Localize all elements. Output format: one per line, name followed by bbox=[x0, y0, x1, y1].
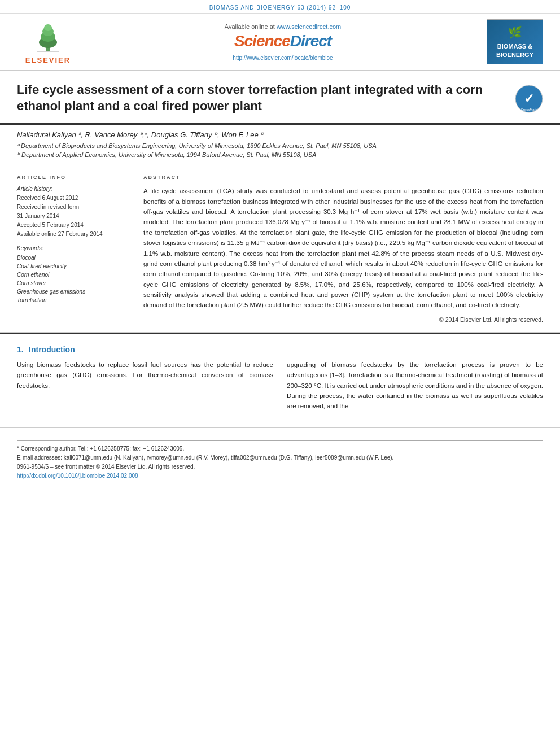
column-left: Using biomass feedstocks to replace foss… bbox=[17, 360, 273, 416]
journal-url[interactable]: http://www.elsevier.com/locate/biombioe bbox=[79, 55, 487, 61]
abstract-text: A life cycle assessment (LCA) study was … bbox=[143, 186, 543, 311]
authors-line: Nalladurai Kaliyan ᵃ, R. Vance Morey ᵃ,*… bbox=[17, 130, 543, 139]
footer-divider bbox=[17, 440, 543, 441]
intro-col-right-text: upgrading of biomass feedstocks by the t… bbox=[287, 360, 543, 412]
journal-logo-right: 🌿 BIOMASS & BIOENERGY bbox=[487, 19, 543, 64]
affiliation-a: ᵃ Department of Bioproducts and Biosyste… bbox=[17, 142, 543, 150]
footer-section: * Corresponding author. Tel.: +1 6126258… bbox=[0, 427, 560, 486]
doi-line[interactable]: http://dx.doi.org/10.1016/j.biombioe.201… bbox=[17, 471, 543, 480]
article-info-heading: ARTICLE INFO bbox=[17, 174, 130, 180]
journal-header-text: BIOMASS AND BIOENERGY 63 (2014) 92–100 bbox=[209, 5, 351, 11]
crossmark-icon[interactable]: ✓ CrossMark bbox=[515, 85, 543, 113]
two-column-layout: Using biomass feedstocks to replace foss… bbox=[17, 360, 543, 416]
elsevier-tree-icon bbox=[25, 23, 71, 54]
issn-line: 0961-9534/$ – see front matter © 2014 El… bbox=[17, 462, 543, 471]
copyright-line: © 2014 Elsevier Ltd. All rights reserved… bbox=[143, 316, 543, 323]
doi-link[interactable]: http://dx.doi.org/10.1016/j.biombioe.201… bbox=[17, 473, 138, 479]
section-number: 1. bbox=[17, 345, 24, 354]
section-heading: 1. Introduction bbox=[17, 345, 543, 354]
history-label: Article history: bbox=[17, 186, 130, 192]
corresponding-author-line: * Corresponding author. Tel.: +1 6126258… bbox=[17, 444, 543, 453]
keywords-section: Keywords: Biocoal Coal-fired electricity… bbox=[17, 245, 130, 304]
email-label: E-mail addresses: bbox=[17, 455, 62, 461]
main-content: 1. Introduction Using biomass feedstocks… bbox=[0, 333, 560, 427]
svg-text:✓: ✓ bbox=[524, 91, 534, 106]
available-online-text: Available online at www.sciencedirect.co… bbox=[79, 23, 487, 30]
keyword-torrefaction: Torrefaction bbox=[17, 296, 130, 304]
journal-logo-line2: BIOENERGY bbox=[496, 51, 533, 59]
revised-date: 31 January 2014 bbox=[17, 212, 130, 220]
svg-point-4 bbox=[44, 24, 52, 31]
article-title: Life cycle assessment of a corn stover t… bbox=[17, 82, 504, 114]
available-online: Available online 27 February 2014 bbox=[17, 230, 130, 238]
column-right: upgrading of biomass feedstocks by the t… bbox=[287, 360, 543, 416]
keyword-corn-stover: Corn stover bbox=[17, 279, 130, 287]
abstract-section: ABSTRACT A life cycle assessment (LCA) s… bbox=[143, 174, 543, 323]
elsevier-wordmark: ELSEVIER bbox=[25, 56, 71, 64]
keyword-corn-ethanol: Corn ethanol bbox=[17, 270, 130, 279]
journal-header: BIOMASS AND BIOENERGY 63 (2014) 92–100 bbox=[0, 0, 560, 14]
keyword-coal-fired: Coal-fired electricity bbox=[17, 262, 130, 270]
banner-row: ELSEVIER Available online at www.science… bbox=[0, 14, 560, 71]
journal-logo-line1: BIOMASS & bbox=[497, 42, 532, 51]
accepted-date: Accepted 5 February 2014 bbox=[17, 221, 130, 229]
article-info-panel: ARTICLE INFO Article history: Received 6… bbox=[17, 174, 130, 323]
revised-label: Received in revised form bbox=[17, 203, 130, 211]
authors-text: Nalladurai Kaliyan ᵃ, R. Vance Morey ᵃ,*… bbox=[17, 130, 264, 139]
content-row: ARTICLE INFO Article history: Received 6… bbox=[0, 165, 560, 333]
keywords-label: Keywords: bbox=[17, 245, 130, 251]
email-addresses: kali0071@umn.edu (N. Kaliyan), rvmorey@u… bbox=[64, 455, 394, 461]
abstract-heading: ABSTRACT bbox=[143, 174, 543, 180]
email-line: E-mail addresses: kali0071@umn.edu (N. K… bbox=[17, 453, 543, 462]
keyword-ghg: Greenhouse gas emissions bbox=[17, 287, 130, 296]
leaf-icon: 🌿 bbox=[508, 24, 522, 40]
title-section: Life cycle assessment of a corn stover t… bbox=[0, 71, 560, 125]
received-date: Received 6 August 2012 bbox=[17, 194, 130, 202]
intro-col-left-text: Using biomass feedstocks to replace foss… bbox=[17, 360, 273, 391]
affiliation-b: ᵇ Department of Applied Economics, Unive… bbox=[17, 151, 543, 159]
sciencedirect-url-link[interactable]: www.sciencedirect.com bbox=[277, 23, 341, 30]
authors-section: Nalladurai Kaliyan ᵃ, R. Vance Morey ᵃ,*… bbox=[0, 125, 560, 165]
sciencedirect-logo: ScienceDirect bbox=[79, 32, 487, 50]
banner-center: Available online at www.sciencedirect.co… bbox=[79, 23, 487, 61]
elsevier-logo: ELSEVIER bbox=[17, 19, 79, 64]
svg-text:CrossMark: CrossMark bbox=[520, 108, 537, 111]
keyword-biocoal: Biocoal bbox=[17, 254, 130, 262]
section-title-text: Introduction bbox=[29, 345, 75, 354]
